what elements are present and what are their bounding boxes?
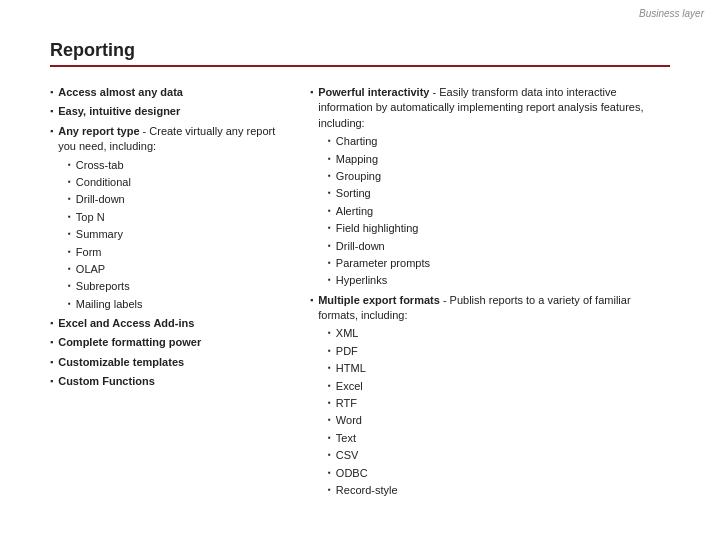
sub-bullet-dot: ▪ xyxy=(328,240,331,251)
bullet-dot: ▪ xyxy=(50,356,53,369)
sub-bullet-dot: ▪ xyxy=(328,327,331,338)
list-item: ▪Conditional xyxy=(68,175,280,190)
sub-list: ▪Cross-tab ▪Conditional ▪Drill-down ▪Top… xyxy=(68,158,280,313)
list-item: ▪CSV xyxy=(328,448,670,463)
list-item: ▪ Multiple export formats - Publish repo… xyxy=(310,293,670,324)
sub-bullet-dot: ▪ xyxy=(68,211,71,222)
bullet-dot: ▪ xyxy=(50,125,53,138)
content-area: ▪ Access almost any data ▪ Easy, intuiti… xyxy=(50,85,670,500)
list-item: ▪Excel xyxy=(328,379,670,394)
list-item: ▪Hyperlinks xyxy=(328,273,670,288)
sub-bullet-dot: ▪ xyxy=(328,432,331,443)
list-item: ▪Summary xyxy=(68,227,280,242)
sub-bullet-dot: ▪ xyxy=(328,467,331,478)
sub-bullet-dot: ▪ xyxy=(328,135,331,146)
bullet-text: Easy, intuitive designer xyxy=(58,104,180,119)
bullet-text: Access almost any data xyxy=(58,85,183,100)
list-item: ▪ Access almost any data xyxy=(50,85,280,100)
sub-bullet-dot: ▪ xyxy=(328,187,331,198)
bullet-dot: ▪ xyxy=(50,336,53,349)
list-item: ▪ Any report type - Create virtually any… xyxy=(50,124,280,155)
bullet-text: Excel and Access Add-ins xyxy=(58,316,194,331)
sub-bullet-dot: ▪ xyxy=(328,345,331,356)
sub-bullet-dot: ▪ xyxy=(328,153,331,164)
list-item: ▪Text xyxy=(328,431,670,446)
list-item: ▪ Powerful interactivity - Easily transf… xyxy=(310,85,670,131)
list-item: ▪ODBC xyxy=(328,466,670,481)
list-item: ▪Grouping xyxy=(328,169,670,184)
bullet-dot: ▪ xyxy=(310,86,313,99)
interactivity-sub-list: ▪Charting ▪Mapping ▪Grouping ▪Sorting ▪A… xyxy=(328,134,670,289)
list-item: ▪ Complete formatting power xyxy=(50,335,280,350)
list-item: ▪Charting xyxy=(328,134,670,149)
list-item: ▪ Customizable templates xyxy=(50,355,280,370)
list-item: ▪Parameter prompts xyxy=(328,256,670,271)
list-item: ▪Field highlighting xyxy=(328,221,670,236)
sub-bullet-dot: ▪ xyxy=(328,257,331,268)
sub-bullet-dot: ▪ xyxy=(328,484,331,495)
sub-bullet-dot: ▪ xyxy=(68,193,71,204)
sub-bullet-dot: ▪ xyxy=(68,228,71,239)
bullet-text: Powerful interactivity - Easily transfor… xyxy=(318,85,670,131)
sub-bullet-dot: ▪ xyxy=(68,280,71,291)
sub-bullet-dot: ▪ xyxy=(328,397,331,408)
list-item: ▪OLAP xyxy=(68,262,280,277)
bullet-dot: ▪ xyxy=(50,86,53,99)
sub-bullet-dot: ▪ xyxy=(328,449,331,460)
sub-bullet-dot: ▪ xyxy=(328,205,331,216)
sub-bullet-dot: ▪ xyxy=(68,176,71,187)
sub-bullet-dot: ▪ xyxy=(328,274,331,285)
list-item: ▪Mailing labels xyxy=(68,297,280,312)
bullet-text: Custom Functions xyxy=(58,374,155,389)
list-item: ▪Sorting xyxy=(328,186,670,201)
list-item: ▪ Excel and Access Add-ins xyxy=(50,316,280,331)
bullet-dot: ▪ xyxy=(50,375,53,388)
list-item: ▪Alerting xyxy=(328,204,670,219)
list-item: ▪Subreports xyxy=(68,279,280,294)
list-item: ▪Top N xyxy=(68,210,280,225)
bullet-text: Customizable templates xyxy=(58,355,184,370)
list-item: ▪Drill-down xyxy=(328,239,670,254)
list-item: ▪ Custom Functions xyxy=(50,374,280,389)
list-item: ▪Record-style xyxy=(328,483,670,498)
list-item: ▪Cross-tab xyxy=(68,158,280,173)
list-item: ▪PDF xyxy=(328,344,670,359)
list-item: ▪ Easy, intuitive designer xyxy=(50,104,280,119)
page-title: Reporting xyxy=(50,40,670,61)
list-item: ▪Form xyxy=(68,245,280,260)
sub-bullet-dot: ▪ xyxy=(328,222,331,233)
sub-bullet-dot: ▪ xyxy=(328,380,331,391)
export-sub-list: ▪XML ▪PDF ▪HTML ▪Excel ▪RTF ▪Word ▪Text … xyxy=(328,326,670,498)
right-column: ▪ Powerful interactivity - Easily transf… xyxy=(310,85,670,500)
list-item: ▪HTML xyxy=(328,361,670,376)
sub-bullet-dot: ▪ xyxy=(68,159,71,170)
bullet-text: Complete formatting power xyxy=(58,335,201,350)
title-section: Reporting xyxy=(50,40,670,67)
sub-bullet-dot: ▪ xyxy=(328,170,331,181)
sub-bullet-dot: ▪ xyxy=(328,362,331,373)
bullet-dot: ▪ xyxy=(310,294,313,307)
list-item: ▪RTF xyxy=(328,396,670,411)
list-item: ▪Word xyxy=(328,413,670,428)
bullet-dot: ▪ xyxy=(50,317,53,330)
bullet-text: Any report type - Create virtually any r… xyxy=(58,124,280,155)
list-item: ▪XML xyxy=(328,326,670,341)
left-column: ▪ Access almost any data ▪ Easy, intuiti… xyxy=(50,85,280,500)
watermark-label: Business layer xyxy=(639,8,704,19)
sub-bullet-dot: ▪ xyxy=(328,414,331,425)
sub-bullet-dot: ▪ xyxy=(68,298,71,309)
bullet-text: Multiple export formats - Publish report… xyxy=(318,293,670,324)
sub-bullet-dot: ▪ xyxy=(68,263,71,274)
sub-bullet-dot: ▪ xyxy=(68,246,71,257)
list-item: ▪Drill-down xyxy=(68,192,280,207)
list-item: ▪Mapping xyxy=(328,152,670,167)
bullet-dot: ▪ xyxy=(50,105,53,118)
